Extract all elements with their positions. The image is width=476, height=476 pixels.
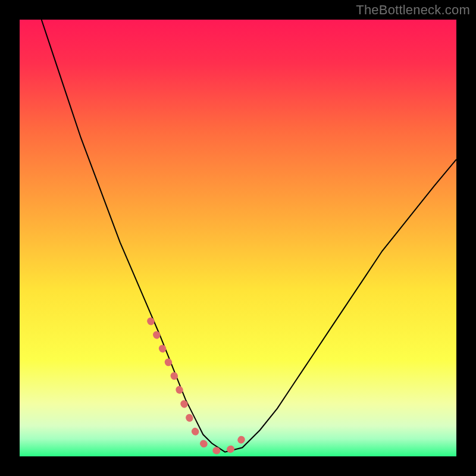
- watermark-text: TheBottleneck.com: [356, 2, 470, 18]
- chart-frame: TheBottleneck.com: [0, 0, 476, 476]
- plot-area: [20, 20, 456, 456]
- gradient-bg: [20, 20, 456, 456]
- chart-svg: [20, 20, 456, 456]
